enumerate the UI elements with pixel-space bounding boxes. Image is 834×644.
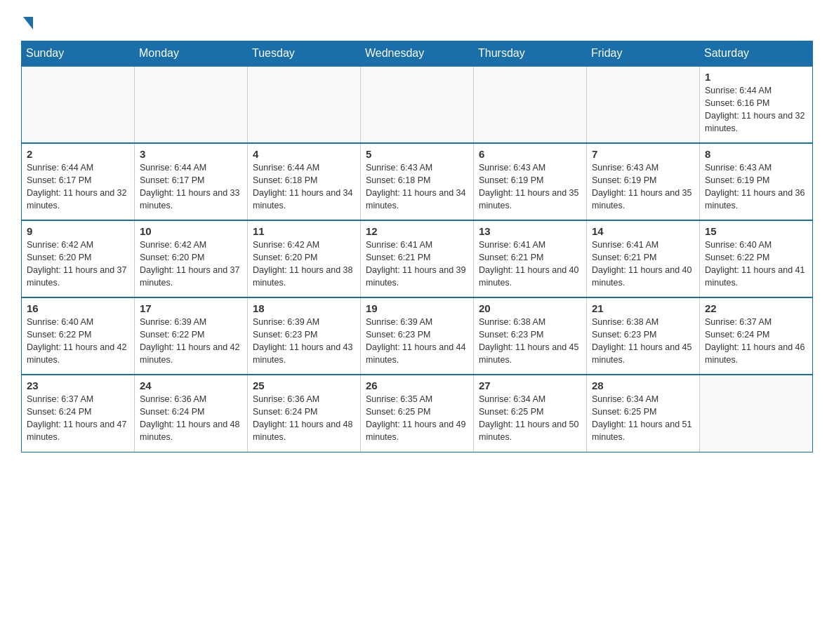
day-number: 20: [479, 302, 581, 314]
calendar-cell: [22, 66, 135, 143]
day-number: 4: [253, 148, 355, 160]
calendar-cell: 13Sunrise: 6:41 AMSunset: 6:21 PMDayligh…: [474, 220, 587, 297]
calendar-cell: 7Sunrise: 6:43 AMSunset: 6:19 PMDaylight…: [587, 143, 700, 220]
calendar-cell: 5Sunrise: 6:43 AMSunset: 6:18 PMDaylight…: [361, 143, 474, 220]
calendar-cell: 28Sunrise: 6:34 AMSunset: 6:25 PMDayligh…: [587, 375, 700, 452]
header-thursday: Thursday: [474, 41, 587, 67]
day-number: 8: [705, 148, 807, 160]
day-info: Sunrise: 6:42 AMSunset: 6:20 PMDaylight:…: [140, 239, 242, 290]
day-info: Sunrise: 6:43 AMSunset: 6:18 PMDaylight:…: [366, 161, 468, 213]
header-tuesday: Tuesday: [248, 41, 361, 67]
calendar-cell: 4Sunrise: 6:44 AMSunset: 6:18 PMDaylight…: [248, 143, 361, 220]
day-info: Sunrise: 6:38 AMSunset: 6:23 PMDaylight:…: [479, 316, 581, 367]
calendar-cell: 6Sunrise: 6:43 AMSunset: 6:19 PMDaylight…: [474, 143, 587, 220]
day-number: 27: [479, 380, 581, 391]
calendar-cell: [361, 66, 474, 143]
calendar-cell: 10Sunrise: 6:42 AMSunset: 6:20 PMDayligh…: [135, 220, 248, 297]
calendar-cell: [700, 375, 813, 452]
calendar-cell: 24Sunrise: 6:36 AMSunset: 6:24 PMDayligh…: [135, 375, 248, 452]
day-info: Sunrise: 6:44 AMSunset: 6:17 PMDaylight:…: [140, 161, 242, 213]
day-info: Sunrise: 6:37 AMSunset: 6:24 PMDaylight:…: [27, 393, 129, 444]
day-number: 25: [253, 380, 355, 391]
calendar-cell: 1Sunrise: 6:44 AMSunset: 6:16 PMDaylight…: [700, 66, 813, 143]
day-info: Sunrise: 6:40 AMSunset: 6:22 PMDaylight:…: [705, 239, 807, 290]
day-number: 15: [705, 225, 807, 237]
calendar-cell: 11Sunrise: 6:42 AMSunset: 6:20 PMDayligh…: [248, 220, 361, 297]
calendar-cell: 27Sunrise: 6:34 AMSunset: 6:25 PMDayligh…: [474, 375, 587, 452]
calendar-cell: 9Sunrise: 6:42 AMSunset: 6:20 PMDaylight…: [22, 220, 135, 297]
calendar-cell: 22Sunrise: 6:37 AMSunset: 6:24 PMDayligh…: [700, 297, 813, 375]
logo: [21, 14, 33, 27]
calendar-cell: 14Sunrise: 6:41 AMSunset: 6:21 PMDayligh…: [587, 220, 700, 297]
day-info: Sunrise: 6:43 AMSunset: 6:19 PMDaylight:…: [479, 161, 581, 213]
day-info: Sunrise: 6:41 AMSunset: 6:21 PMDaylight:…: [592, 239, 694, 290]
day-number: 9: [27, 225, 129, 237]
calendar-cell: 16Sunrise: 6:40 AMSunset: 6:22 PMDayligh…: [22, 297, 135, 375]
calendar-cell: 12Sunrise: 6:41 AMSunset: 6:21 PMDayligh…: [361, 220, 474, 297]
day-info: Sunrise: 6:43 AMSunset: 6:19 PMDaylight:…: [592, 161, 694, 213]
day-number: 3: [140, 148, 242, 160]
day-number: 17: [140, 302, 242, 314]
day-info: Sunrise: 6:44 AMSunset: 6:17 PMDaylight:…: [27, 161, 129, 213]
calendar-week-row: 9Sunrise: 6:42 AMSunset: 6:20 PMDaylight…: [22, 220, 813, 297]
day-number: 1: [705, 71, 807, 83]
calendar-cell: 23Sunrise: 6:37 AMSunset: 6:24 PMDayligh…: [22, 375, 135, 452]
day-number: 26: [366, 380, 468, 391]
day-info: Sunrise: 6:39 AMSunset: 6:23 PMDaylight:…: [253, 316, 355, 367]
day-number: 5: [366, 148, 468, 160]
day-number: 22: [705, 302, 807, 314]
day-info: Sunrise: 6:41 AMSunset: 6:21 PMDaylight:…: [479, 239, 581, 290]
calendar-cell: 8Sunrise: 6:43 AMSunset: 6:19 PMDaylight…: [700, 143, 813, 220]
calendar-cell: 17Sunrise: 6:39 AMSunset: 6:22 PMDayligh…: [135, 297, 248, 375]
day-info: Sunrise: 6:37 AMSunset: 6:24 PMDaylight:…: [705, 316, 807, 367]
day-number: 28: [592, 380, 694, 391]
day-number: 21: [592, 302, 694, 314]
calendar-cell: 21Sunrise: 6:38 AMSunset: 6:23 PMDayligh…: [587, 297, 700, 375]
day-info: Sunrise: 6:38 AMSunset: 6:23 PMDaylight:…: [592, 316, 694, 367]
day-info: Sunrise: 6:41 AMSunset: 6:21 PMDaylight:…: [366, 239, 468, 290]
header-wednesday: Wednesday: [361, 41, 474, 67]
calendar-cell: 25Sunrise: 6:36 AMSunset: 6:24 PMDayligh…: [248, 375, 361, 452]
day-info: Sunrise: 6:43 AMSunset: 6:19 PMDaylight:…: [705, 161, 807, 213]
day-info: Sunrise: 6:42 AMSunset: 6:20 PMDaylight:…: [253, 239, 355, 290]
calendar-week-row: 2Sunrise: 6:44 AMSunset: 6:17 PMDaylight…: [22, 143, 813, 220]
day-info: Sunrise: 6:39 AMSunset: 6:23 PMDaylight:…: [366, 316, 468, 367]
day-info: Sunrise: 6:36 AMSunset: 6:24 PMDaylight:…: [140, 393, 242, 444]
day-number: 19: [366, 302, 468, 314]
header-friday: Friday: [587, 41, 700, 67]
header-sunday: Sunday: [22, 41, 135, 67]
day-number: 16: [27, 302, 129, 314]
calendar-cell: 3Sunrise: 6:44 AMSunset: 6:17 PMDaylight…: [135, 143, 248, 220]
day-info: Sunrise: 6:44 AMSunset: 6:18 PMDaylight:…: [253, 161, 355, 213]
day-info: Sunrise: 6:35 AMSunset: 6:25 PMDaylight:…: [366, 393, 468, 444]
calendar-header-row: SundayMondayTuesdayWednesdayThursdayFrid…: [22, 41, 813, 67]
calendar-cell: 26Sunrise: 6:35 AMSunset: 6:25 PMDayligh…: [361, 375, 474, 452]
day-number: 18: [253, 302, 355, 314]
day-number: 7: [592, 148, 694, 160]
page-header: [21, 14, 813, 27]
day-number: 24: [140, 380, 242, 391]
day-number: 12: [366, 225, 468, 237]
calendar-table: SundayMondayTuesdayWednesdayThursdayFrid…: [21, 41, 813, 452]
day-number: 11: [253, 225, 355, 237]
day-info: Sunrise: 6:44 AMSunset: 6:16 PMDaylight:…: [705, 84, 807, 135]
calendar-cell: [135, 66, 248, 143]
calendar-week-row: 1Sunrise: 6:44 AMSunset: 6:16 PMDaylight…: [22, 66, 813, 143]
calendar-cell: 20Sunrise: 6:38 AMSunset: 6:23 PMDayligh…: [474, 297, 587, 375]
day-number: 14: [592, 225, 694, 237]
day-info: Sunrise: 6:34 AMSunset: 6:25 PMDaylight:…: [592, 393, 694, 444]
calendar-cell: [248, 66, 361, 143]
calendar-cell: 15Sunrise: 6:40 AMSunset: 6:22 PMDayligh…: [700, 220, 813, 297]
day-number: 2: [27, 148, 129, 160]
day-info: Sunrise: 6:42 AMSunset: 6:20 PMDaylight:…: [27, 239, 129, 290]
calendar-cell: [587, 66, 700, 143]
day-number: 23: [27, 380, 129, 391]
calendar-week-row: 16Sunrise: 6:40 AMSunset: 6:22 PMDayligh…: [22, 297, 813, 375]
logo-arrow-icon: [23, 17, 33, 29]
calendar-cell: [474, 66, 587, 143]
day-number: 6: [479, 148, 581, 160]
calendar-cell: 2Sunrise: 6:44 AMSunset: 6:17 PMDaylight…: [22, 143, 135, 220]
day-info: Sunrise: 6:36 AMSunset: 6:24 PMDaylight:…: [253, 393, 355, 444]
calendar-cell: 18Sunrise: 6:39 AMSunset: 6:23 PMDayligh…: [248, 297, 361, 375]
header-monday: Monday: [135, 41, 248, 67]
